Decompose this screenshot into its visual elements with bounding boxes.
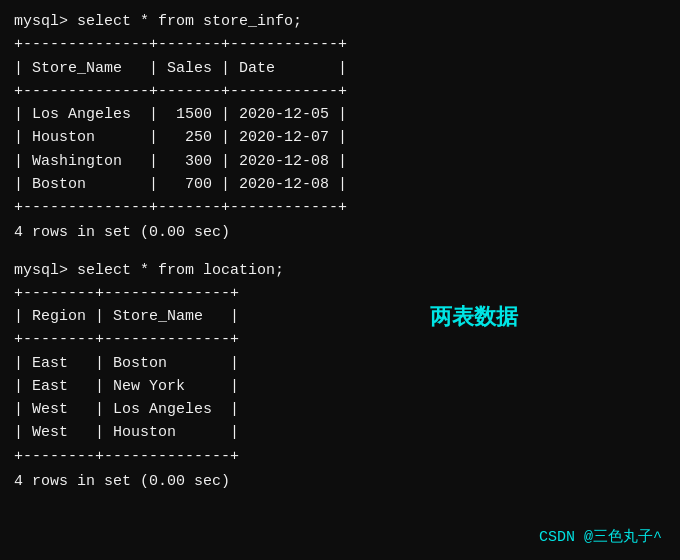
- table1-header: | Store_Name | Sales | Date |: [14, 57, 666, 80]
- table1-border-top: +--------------+-------+------------+: [14, 33, 666, 56]
- table2-row-3: | West | Houston |: [14, 421, 666, 444]
- table2-header: | Region | Store_Name |: [14, 305, 666, 328]
- table1-row-0: | Los Angeles | 1500 | 2020-12-05 |: [14, 103, 666, 126]
- table2-row-1: | East | New York |: [14, 375, 666, 398]
- query2-line: mysql> select * from location;: [14, 259, 666, 282]
- table1-row-1: | Houston | 250 | 2020-12-07 |: [14, 126, 666, 149]
- table2-border-top: +--------+--------------+: [14, 282, 666, 305]
- table2-border-bot: +--------+--------------+: [14, 445, 666, 468]
- section-label: 两表数据: [430, 302, 518, 332]
- table1-border-bot: +--------------+-------+------------+: [14, 196, 666, 219]
- table1-row-2: | Washington | 300 | 2020-12-08 |: [14, 150, 666, 173]
- table2-row-2: | West | Los Angeles |: [14, 398, 666, 421]
- table2-border-mid: +--------+--------------+: [14, 328, 666, 351]
- table1-row-3: | Boston | 700 | 2020-12-08 |: [14, 173, 666, 196]
- result1: 4 rows in set (0.00 sec): [14, 221, 666, 244]
- csdn-label: CSDN @三色丸子^: [539, 527, 662, 546]
- table2-row-0: | East | Boston |: [14, 352, 666, 375]
- terminal-window: mysql> select * from store_info; +------…: [14, 10, 666, 493]
- result2: 4 rows in set (0.00 sec): [14, 470, 666, 493]
- query1-line: mysql> select * from store_info;: [14, 10, 666, 33]
- table1-border-mid: +--------------+-------+------------+: [14, 80, 666, 103]
